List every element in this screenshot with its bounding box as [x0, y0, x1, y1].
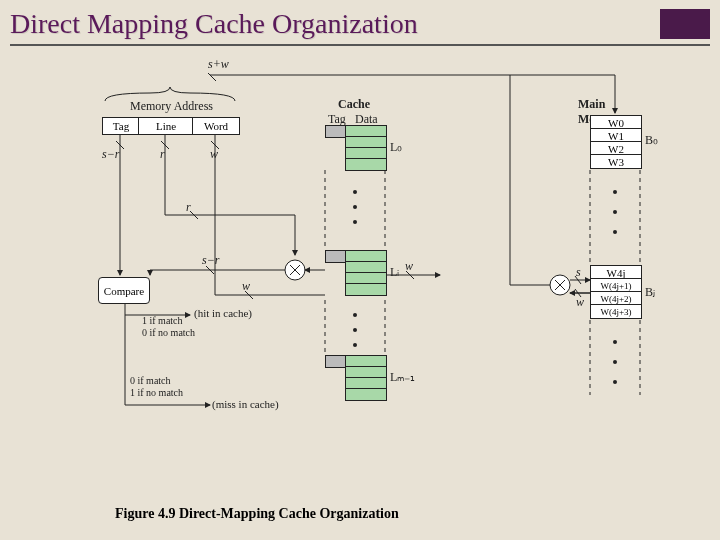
signal-r2: r [186, 200, 191, 215]
mem-w4j3: W(4j+3) [590, 304, 642, 319]
cache-data-m1d [345, 388, 387, 401]
dot [353, 343, 357, 347]
dot [613, 210, 617, 214]
mem-label-B0: B₀ [645, 133, 658, 148]
field-word: Word [192, 117, 240, 135]
cache-label-L0: L₀ [390, 140, 402, 155]
dot [353, 220, 357, 224]
corner-accent [660, 9, 710, 39]
dot [353, 328, 357, 332]
hit-label: (hit in cache) [194, 307, 252, 319]
signal-s-mm: s [576, 265, 581, 280]
cache-tag-0 [325, 125, 347, 138]
signal-w3: w [405, 259, 413, 274]
field-tag: Tag [102, 117, 140, 135]
dot [613, 190, 617, 194]
cache-data-id [345, 283, 387, 296]
signal-w-mm: w [576, 295, 584, 310]
memory-address-header: Memory Address [130, 99, 213, 114]
figure-caption: Figure 4.9 Direct-Mapping Cache Organiza… [115, 506, 399, 522]
dot [613, 340, 617, 344]
cache-label-Lm1: Lₘ₋₁ [390, 370, 415, 385]
diagram-area: s+w Memory Address Tag Line Word s−r r w… [90, 55, 650, 485]
dot [613, 230, 617, 234]
mem-w3: W3 [590, 154, 642, 169]
match-1-label: 1 if match [142, 315, 183, 326]
signal-w2: w [242, 279, 250, 294]
compare-box: Compare [98, 277, 150, 304]
dot [353, 313, 357, 317]
signal-w1: w [210, 147, 218, 162]
cache-tag-m1 [325, 355, 347, 368]
cache-label-Li: Lᵢ [390, 265, 399, 280]
field-line: Line [138, 117, 194, 135]
signal-sr2: s−r [202, 253, 219, 268]
signal-r: r [160, 147, 165, 162]
dot [613, 380, 617, 384]
dot [613, 360, 617, 364]
dot [353, 190, 357, 194]
signal-sr: s−r [102, 147, 119, 162]
mem-label-Bj: Bⱼ [645, 285, 655, 300]
signal-sw-top: s+w [208, 57, 229, 72]
cache-tag-i [325, 250, 347, 263]
miss-1-label: 1 if no match [130, 387, 183, 398]
match-0-label: 0 if no match [142, 327, 195, 338]
cache-header: Cache [338, 97, 370, 112]
miss-label: (miss in cache) [212, 398, 279, 410]
page-title: Direct Mapping Cache Organization [10, 8, 418, 40]
dot [353, 205, 357, 209]
svg-line-0 [208, 73, 216, 81]
miss-0-label: 0 if match [130, 375, 171, 386]
cache-data-0d [345, 158, 387, 171]
